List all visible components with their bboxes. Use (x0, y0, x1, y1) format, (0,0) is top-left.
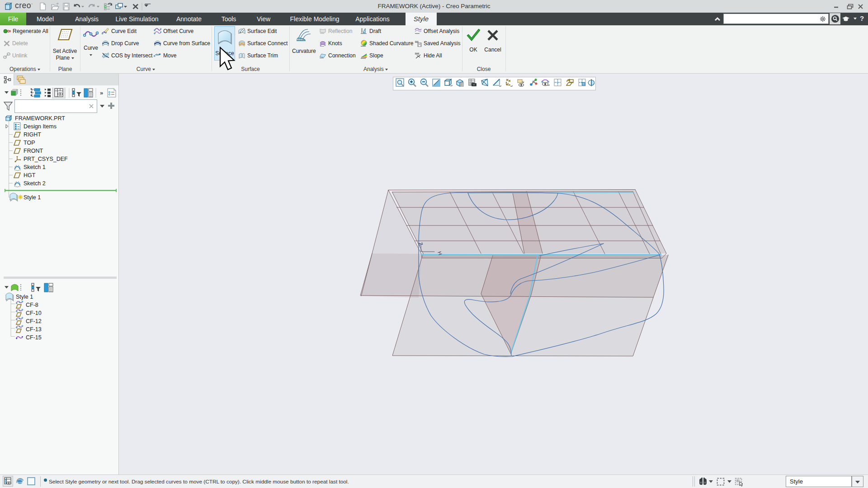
svg-text:CF-13: CF-13 (26, 326, 42, 333)
svg-text:Style 1: Style 1 (16, 294, 33, 300)
svg-text:»: » (100, 89, 103, 96)
svg-text:CF-15: CF-15 (26, 334, 42, 341)
svg-text:Design Items: Design Items (24, 123, 57, 130)
svg-text:TOP: TOP (24, 140, 35, 146)
svg-text:Style 1: Style 1 (24, 194, 41, 201)
svg-text:Sketch 1: Sketch 1 (24, 164, 46, 170)
svg-text:PRT_CSYS_DEF: PRT_CSYS_DEF (24, 156, 68, 162)
svg-text:RIGHT: RIGHT (24, 131, 41, 138)
svg-text:CF-10: CF-10 (26, 310, 42, 316)
svg-text:FRONT: FRONT (24, 148, 43, 154)
svg-text:CF-12: CF-12 (26, 318, 42, 324)
svg-text:?: ? (860, 14, 864, 22)
svg-text:CF-8: CF-8 (26, 302, 38, 308)
svg-text:FRAMEWORK.PRT: FRAMEWORK.PRT (15, 115, 65, 122)
svg-text:Sketch 2: Sketch 2 (24, 180, 46, 187)
svg-text:HGT: HGT (24, 172, 36, 178)
